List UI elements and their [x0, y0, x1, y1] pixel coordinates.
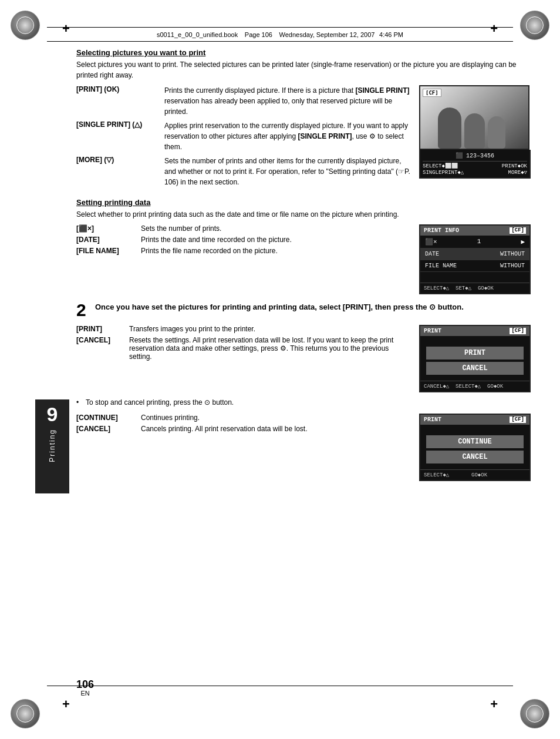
page-sub: EN — [76, 690, 94, 697]
def-row-singleprint: [SINGLE PRINT] (△) Applies print reserva… — [76, 120, 413, 152]
section1-defs: [PRINT] (OK) Prints the currently displa… — [76, 85, 413, 191]
footer-line — [47, 686, 513, 686]
print-screen-title: PRINT [CF] — [420, 326, 529, 336]
def-row-print: [PRINT] (OK) Prints the currently displa… — [76, 85, 413, 117]
print-screen: PRINT [CF] PRINT CANCEL CANCEL◆△ SELECT◆… — [419, 325, 531, 392]
def-row-more: [MORE] (▽) Sets the number of prints and… — [76, 156, 413, 187]
def-row-cancel3: [CANCEL] Cancels printing. All print res… — [76, 425, 413, 433]
photo-thumbnail: [CF] — [419, 85, 529, 150]
def-term-print: [PRINT] (OK) — [76, 85, 164, 117]
def-desc-printcount: Sets the number of prints. — [141, 224, 221, 233]
continue-screen-title: PRINT [CF] — [420, 415, 529, 425]
section2-intro: Select whether to print printing data su… — [76, 209, 531, 220]
def-term-continue: [CONTINUE] — [76, 414, 141, 422]
def-term-print2: [PRINT] — [76, 325, 129, 333]
page-num: 106 — [76, 679, 94, 690]
step2-number: 2 — [76, 301, 88, 319]
bullet-note: • To stop and cancel printing, press the… — [76, 398, 531, 407]
page-number-area: 106 EN — [76, 679, 94, 697]
def-desc-print: Prints the currently displayed picture. … — [164, 85, 413, 117]
def-desc-cancel2: Resets the settings. All print reservati… — [129, 336, 413, 361]
def-term-more: [MORE] (▽) — [76, 156, 164, 187]
sidebar-label: Printing — [48, 429, 56, 462]
continue-screen-footer: SELECT◆△ GO◆OK — [420, 469, 529, 480]
def-term-date: [DATE] — [76, 236, 141, 244]
crosshair-br: + — [490, 697, 498, 712]
corner-bl — [11, 699, 40, 728]
def-desc-cancel3: Cancels printing. All print reservation … — [141, 425, 307, 433]
def-term-printcount: [⬛×] — [76, 224, 141, 233]
def-row-cancel2: [CANCEL] Resets the settings. All print … — [76, 336, 413, 361]
photo-info-bar: ⬛ 123–3456 SELECT◆⬜⬜PRINT◆OK SINGLEPRINT… — [419, 150, 531, 179]
sidebar-number: 9 — [47, 404, 58, 424]
cancel-btn2[interactable]: CANCEL — [426, 451, 524, 463]
def-desc-more: Sets the number of prints and other item… — [164, 156, 413, 187]
section-printing-data: Setting printing data Select whether to … — [76, 198, 531, 294]
header-text: s0011_e_00_0_unified.book — [157, 31, 238, 38]
def-desc-singleprint: Applies print reservation to the current… — [164, 120, 413, 152]
step2-continue-defs: [CONTINUE] Continues printing. [CANCEL] … — [76, 414, 413, 436]
step2-header: 2 Once you have set the pictures for pri… — [76, 301, 531, 319]
header-time: 4:46 PM — [379, 31, 403, 38]
def-row-print2: [PRINT] Transfers images you print to th… — [76, 325, 413, 333]
header-page: Page 106 — [245, 31, 272, 38]
def-row-date: [DATE] Prints the date and time recorded… — [76, 236, 413, 244]
step2-continue: [CONTINUE] Continues printing. [CANCEL] … — [76, 414, 531, 481]
section-selecting: Selecting pictures you want to print Sel… — [76, 48, 531, 191]
corner-tl — [11, 11, 40, 40]
header-bar: s0011_e_00_0_unified.book Page 106 Wedne… — [47, 27, 513, 42]
screen-filename-row: FILE NAME WITHOUT — [420, 260, 529, 272]
def-desc-print2: Transfers images you print to the printe… — [129, 325, 255, 333]
def-row-filename: [FILE NAME] Prints the file name recorde… — [76, 247, 413, 255]
section1-heading: Selecting pictures you want to print — [76, 48, 531, 57]
section1-intro: Select pictures you want to print. The s… — [76, 59, 531, 80]
def-row-continue: [CONTINUE] Continues printing. — [76, 414, 413, 422]
section2-defs: [⬛×] Sets the number of prints. [DATE] P… — [76, 224, 413, 258]
print-screen-footer: CANCEL◆△ SELECT◆△ GO◆OK — [420, 381, 529, 391]
section2-body: [⬛×] Sets the number of prints. [DATE] P… — [76, 224, 531, 294]
sidebar-tab: 9 Printing — [35, 399, 69, 493]
screen2-footer: SELECT◆△ SET◆△ GO◆OK — [420, 283, 529, 293]
photo-screen: [CF] ⬛ 123–3456 SELECT◆⬜⬜PRINT◆OK SINGLE… — [419, 85, 531, 179]
section2-heading: Setting printing data — [76, 198, 531, 207]
step2-body: [PRINT] Transfers images you print to th… — [76, 325, 531, 392]
def-term-filename: [FILE NAME] — [76, 247, 141, 255]
def-desc-filename: Prints the file name recorded on the pic… — [141, 247, 278, 255]
def-term-cancel3: [CANCEL] — [76, 425, 141, 433]
header-date: Wednesday, September 12, 2007 — [279, 31, 375, 38]
print-info-screen: PRINT INFO [CF] ⬛× 1 ▶ DATE WITHOUT — [419, 224, 531, 294]
screen-count-row: ⬛× 1 ▶ — [420, 236, 529, 248]
def-desc-date: Prints the date and time recorded on the… — [141, 236, 292, 244]
section1-body: [PRINT] (OK) Prints the currently displa… — [76, 85, 531, 191]
screen-title-row: PRINT INFO [CF] — [420, 226, 529, 236]
cf-badge: [CF] — [423, 89, 441, 97]
step2-defs: [PRINT] Transfers images you print to th… — [76, 325, 413, 364]
screen-date-row: DATE WITHOUT — [420, 248, 529, 260]
step2-section: 2 Once you have set the pictures for pri… — [76, 301, 531, 481]
corner-tr — [520, 11, 549, 40]
continue-screen: PRINT [CF] CONTINUE CANCEL SELECT◆△ GO◆O… — [419, 414, 531, 481]
def-term-singleprint: [SINGLE PRINT] (△) — [76, 120, 164, 152]
step2-text: Once you have set the pictures for print… — [95, 301, 464, 313]
main-content: Selecting pictures you want to print Sel… — [76, 48, 531, 669]
cancel-btn[interactable]: CANCEL — [426, 362, 524, 375]
def-desc-continue: Continues printing. — [141, 414, 200, 422]
page-outer: + + + + s0011_e_00_0_unified.book Page 1… — [0, 0, 560, 739]
def-row-printcount: [⬛×] Sets the number of prints. — [76, 224, 413, 233]
crosshair-bl: + — [62, 697, 70, 712]
print-btn[interactable]: PRINT — [426, 347, 524, 360]
def-term-cancel2: [CANCEL] — [76, 336, 129, 361]
continue-btn[interactable]: CONTINUE — [426, 435, 524, 448]
corner-br — [520, 699, 549, 728]
